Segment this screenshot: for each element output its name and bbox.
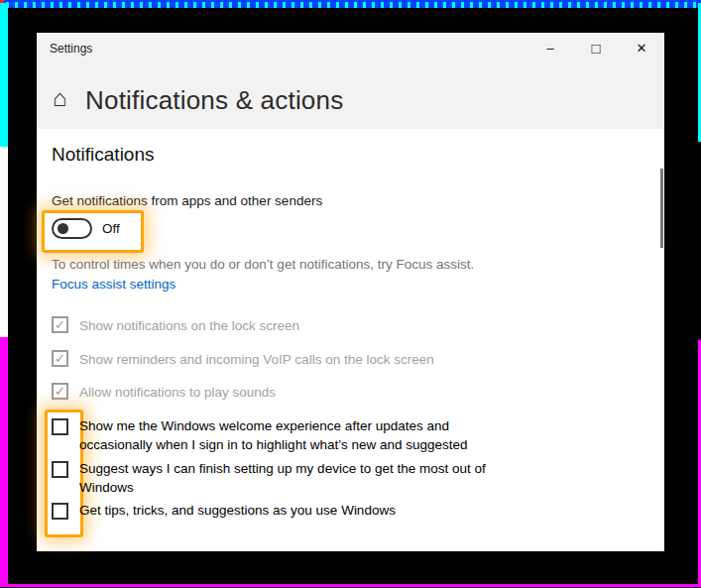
checkbox-unchecked[interactable]: [52, 461, 68, 478]
checkbox-label: Show notifications on the lock screen: [79, 316, 516, 335]
home-icon[interactable]: ⌂: [53, 86, 67, 110]
frame-top-dashed-border: [0, 0, 701, 8]
toggle-state-label: Off: [102, 221, 120, 236]
caption-buttons: – □ ✕: [527, 33, 664, 62]
checkbox-row: ✓ Show reminders and incoming VoIP calls…: [52, 350, 516, 369]
toggle-knob: [58, 223, 68, 234]
settings-window: Settings – □ ✕ ⌂ Notifications & actions…: [37, 33, 664, 551]
checkbox-checked-disabled: ✓: [52, 316, 68, 333]
frame-left-cyan: [0, 3, 8, 147]
checkbox-row: ✓ Show notifications on the lock screen: [52, 316, 516, 335]
checkbox-checked-disabled: ✓: [52, 350, 68, 367]
checkmark-icon: ✓: [55, 350, 65, 367]
checkbox-label: Show me the Windows welcome experience a…: [79, 416, 516, 454]
minimize-icon: –: [546, 41, 553, 56]
scrollbar-thumb[interactable]: [660, 169, 663, 248]
frame-left-magenta: [0, 337, 8, 584]
checkmark-icon: ✓: [55, 383, 65, 400]
frame-left-white: [0, 147, 8, 337]
frame-bottom-magenta: [0, 584, 701, 587]
page-title: Notifications & actions: [85, 85, 343, 116]
checkbox-row: ✓ Allow notifications to play sounds: [52, 383, 516, 402]
checkbox-checked-disabled: ✓: [52, 383, 68, 400]
checkbox-unchecked[interactable]: [52, 503, 68, 520]
toggle-caption: Get notifications from apps and other se…: [52, 193, 322, 208]
checkbox-label: Suggest ways I can finish setting up my …: [79, 459, 516, 497]
section-title: Notifications: [52, 144, 155, 166]
window-title: Settings: [50, 42, 92, 56]
close-icon: ✕: [637, 41, 647, 56]
close-button[interactable]: ✕: [619, 33, 664, 62]
focus-assist-settings-link[interactable]: Focus assist settings: [52, 277, 175, 292]
checkbox-label: Show reminders and incoming VoIP calls o…: [79, 350, 516, 369]
notifications-toggle[interactable]: [52, 218, 92, 239]
checkbox-row: Suggest ways I can finish setting up my …: [52, 461, 516, 497]
minimize-button[interactable]: –: [527, 33, 573, 62]
checkmark-icon: ✓: [55, 316, 65, 333]
maximize-button[interactable]: □: [573, 33, 619, 62]
checkbox-row: Show me the Windows welcome experience a…: [52, 418, 516, 454]
checkbox-label: Allow notifications to play sounds: [79, 383, 516, 402]
checkbox-label: Get tips, tricks, and suggestions as you…: [79, 501, 516, 520]
checkbox-row: Get tips, tricks, and suggestions as you…: [52, 503, 516, 520]
checkbox-unchecked[interactable]: [52, 418, 68, 435]
maximize-icon: □: [591, 40, 600, 57]
focus-assist-hint: To control times when you do or don’t ge…: [52, 257, 474, 272]
